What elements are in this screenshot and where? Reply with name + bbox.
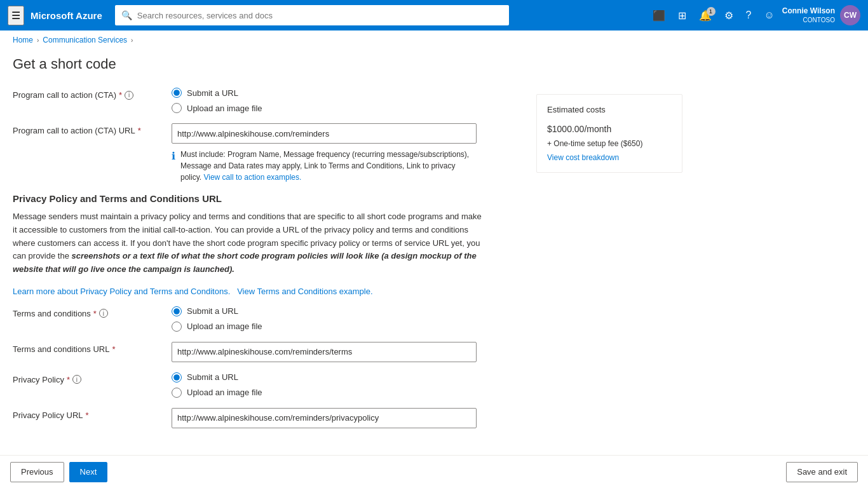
program-cta-url-radio[interactable]: [172, 88, 182, 98]
page-title: Get a short code: [13, 56, 521, 72]
privacy-url-input[interactable]: [172, 408, 477, 428]
terms-label: Terms and conditions * i: [13, 306, 159, 318]
top-navigation: ☰ Microsoft Azure 🔍 ⬛ ⊞ 🔔 1 ⚙ ? ☺ Connie…: [0, 0, 868, 30]
program-cta-image-radio[interactable]: [172, 103, 182, 113]
program-cta-url-field-control: ℹ Must include: Program Name, Message fr…: [172, 123, 521, 183]
search-bar: 🔍: [115, 5, 509, 25]
program-cta-url-row: Program call to action (CTA) URL * ℹ Mus…: [13, 123, 521, 183]
directory-icon: ⊞: [678, 10, 686, 21]
privacy-policy-info-icon[interactable]: i: [72, 375, 81, 384]
program-cta-info-text: Must include: Program Name, Message freq…: [180, 149, 477, 183]
breadcrumb-sep-1: ›: [37, 37, 39, 44]
privacy-section: Privacy Policy and Terms and Conditions …: [13, 193, 521, 296]
privacy-image-radio[interactable]: [172, 388, 182, 398]
terms-url-label: Terms and conditions URL *: [13, 342, 159, 354]
terms-image-label: Upload an image file: [187, 322, 262, 331]
program-cta-row: Program call to action (CTA) * i Submit …: [13, 88, 521, 113]
program-cta-url-label: Submit a URL: [187, 88, 238, 98]
privacy-url-required: *: [86, 410, 89, 420]
cost-breakdown-link[interactable]: View cost breakdown: [547, 153, 672, 162]
terms-image-radio[interactable]: [172, 322, 182, 332]
privacy-policy-radio-group: Submit a URL Upload an image file: [172, 372, 521, 398]
user-info[interactable]: Connie Wilson CONTOSO CW: [782, 5, 860, 25]
notifications-badge: 1: [707, 7, 715, 16]
breadcrumb: Home › Communication Services ›: [0, 30, 868, 50]
info-circle-icon: ℹ: [172, 150, 175, 162]
feedback-button[interactable]: ☺: [759, 6, 779, 25]
settings-icon: ⚙: [724, 10, 733, 21]
search-input[interactable]: [137, 11, 503, 20]
help-icon: ?: [746, 10, 752, 20]
privacy-url-control: [172, 408, 521, 428]
terms-url-label: Submit a URL: [187, 306, 238, 316]
user-org: CONTOSO: [782, 16, 835, 24]
privacy-url-label: Submit a URL: [187, 372, 238, 382]
program-cta-image-label: Upload an image file: [187, 104, 262, 113]
search-icon: 🔍: [121, 10, 132, 20]
program-cta-url-field-label: Program call to action (CTA) URL *: [13, 123, 159, 135]
terms-required: *: [93, 309, 97, 318]
help-button[interactable]: ?: [741, 6, 757, 25]
privacy-image-option[interactable]: Upload an image file: [172, 388, 521, 398]
directory-button[interactable]: ⊞: [673, 6, 691, 25]
privacy-policy-required: *: [67, 375, 70, 384]
terms-url-option[interactable]: Submit a URL: [172, 306, 521, 316]
program-cta-url-option[interactable]: Submit a URL: [172, 88, 521, 98]
settings-button[interactable]: ⚙: [719, 6, 738, 25]
program-cta-image-option[interactable]: Upload an image file: [172, 103, 521, 113]
cost-box: Estimated costs $1000.00/month + One-tim…: [536, 94, 682, 173]
privacy-url-row: Privacy Policy URL *: [13, 408, 521, 428]
program-cta-url-input[interactable]: [172, 123, 477, 144]
privacy-section-desc: Message senders must maintain a privacy …: [13, 210, 483, 276]
cost-amount: $1000.00/month: [547, 117, 672, 137]
footer: Previous Next Save and exit: [0, 455, 868, 488]
terms-info-icon[interactable]: i: [99, 309, 108, 318]
footer-right: Save and exit: [786, 462, 858, 482]
terms-url-input[interactable]: [172, 342, 477, 362]
footer-left: Previous Next: [10, 462, 107, 482]
cost-setup: + One-time setup fee ($650): [547, 139, 672, 148]
privacy-policy-control: Submit a URL Upload an image file: [172, 372, 521, 398]
terms-url-control: [172, 342, 521, 362]
privacy-section-links: Learn more about Privacy Policy and Term…: [13, 287, 521, 296]
breadcrumb-home[interactable]: Home: [13, 36, 33, 44]
hamburger-icon: ☰: [11, 10, 20, 21]
cloud-shell-icon: ⬛: [653, 10, 665, 21]
feedback-icon: ☺: [764, 10, 774, 20]
main-content: Get a short code Program call to action …: [0, 50, 868, 455]
program-cta-info-icon[interactable]: i: [125, 91, 133, 100]
privacy-learn-link[interactable]: Learn more about Privacy Policy and Term…: [13, 287, 230, 296]
program-cta-label: Program call to action (CTA) * i: [13, 88, 159, 100]
avatar: CW: [840, 5, 860, 25]
privacy-url-option[interactable]: Submit a URL: [172, 372, 521, 383]
terms-image-option[interactable]: Upload an image file: [172, 322, 521, 332]
terms-row: Terms and conditions * i Submit a URL Up…: [13, 306, 521, 332]
terms-url-required: *: [112, 344, 115, 354]
privacy-url-field-label: Privacy Policy URL *: [13, 408, 159, 420]
terms-url-row: Terms and conditions URL *: [13, 342, 521, 362]
next-button[interactable]: Next: [69, 462, 108, 482]
privacy-section-title: Privacy Policy and Terms and Conditions …: [13, 193, 521, 204]
privacy-terms-link[interactable]: View Terms and Conditions example.: [237, 287, 372, 296]
program-cta-required: *: [119, 90, 122, 100]
form-area: Get a short code Program call to action …: [13, 56, 521, 442]
privacy-policy-label: Privacy Policy * i: [13, 372, 159, 384]
hamburger-menu-button[interactable]: ☰: [8, 6, 24, 25]
breadcrumb-sep-2: ›: [131, 37, 133, 44]
program-cta-url-required: *: [138, 126, 141, 135]
view-cta-examples-link[interactable]: View call to action examples.: [203, 173, 301, 182]
previous-button[interactable]: Previous: [10, 462, 64, 482]
terms-url-radio[interactable]: [172, 306, 182, 316]
privacy-url-radio[interactable]: [172, 372, 182, 383]
privacy-policy-row: Privacy Policy * i Submit a URL Upload a…: [13, 372, 521, 398]
cloud-shell-button[interactable]: ⬛: [648, 6, 670, 25]
user-name: Connie Wilson: [782, 6, 835, 17]
cost-label: Estimated costs: [547, 105, 672, 114]
notifications-button[interactable]: 🔔 1: [694, 6, 717, 25]
save-exit-button[interactable]: Save and exit: [786, 462, 858, 482]
terms-radio-group: Submit a URL Upload an image file: [172, 306, 521, 332]
program-cta-control: Submit a URL Upload an image file: [172, 88, 521, 113]
nav-icons: ⬛ ⊞ 🔔 1 ⚙ ? ☺ Connie Wilson CONTOSO CW: [648, 5, 860, 25]
terms-control: Submit a URL Upload an image file: [172, 306, 521, 332]
breadcrumb-comm-services[interactable]: Communication Services: [43, 36, 127, 44]
